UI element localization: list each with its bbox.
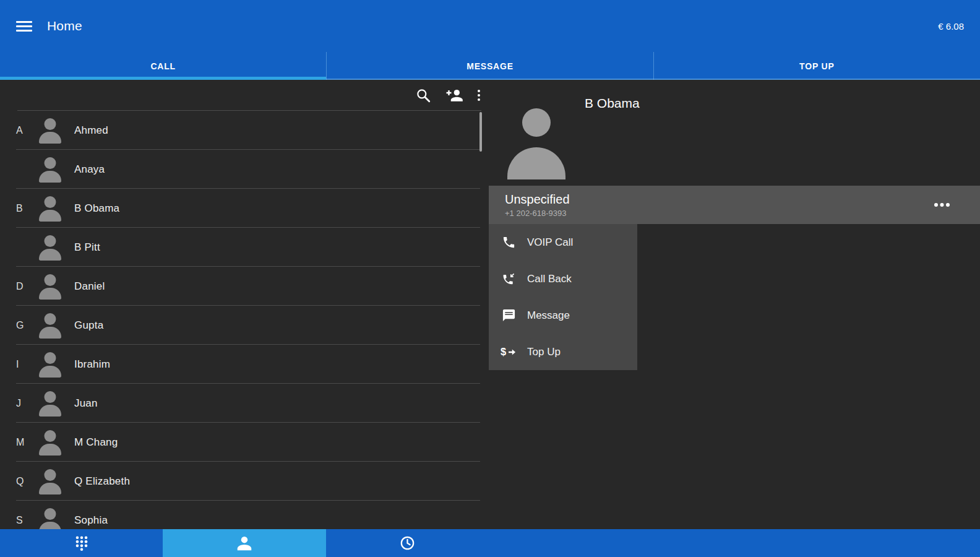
contact-detail-name: B Obama bbox=[585, 96, 640, 111]
add-contact-icon[interactable] bbox=[445, 87, 464, 103]
action-label: Top Up bbox=[527, 346, 561, 358]
contact-row[interactable]: J Juan bbox=[0, 384, 489, 423]
action-label: Message bbox=[527, 309, 570, 322]
hamburger-menu-icon[interactable] bbox=[16, 21, 32, 32]
call-back-icon bbox=[500, 272, 517, 286]
contact-avatar bbox=[37, 391, 63, 417]
number-type-label: Unspecified bbox=[505, 192, 980, 207]
contact-detail-pane: B Obama Unspecified +1 202-618-9393 VOIP… bbox=[489, 80, 980, 529]
contact-row[interactable]: D Daniel bbox=[0, 267, 489, 306]
index-letter: G bbox=[16, 320, 37, 331]
phone-number-row[interactable]: Unspecified +1 202-618-9393 bbox=[489, 186, 980, 224]
index-letter: Q bbox=[16, 476, 37, 487]
call-action-menu: VOIP Call Call Back Message $ bbox=[489, 224, 637, 370]
vertical-dots-glyph bbox=[478, 90, 480, 101]
contacts-pane: A Ahmed Anaya B B Obama B Pitt bbox=[0, 80, 489, 529]
contact-avatar bbox=[37, 118, 63, 144]
tab-topup-label: TOP UP bbox=[799, 61, 834, 71]
tab-bar: CALL MESSAGE TOP UP bbox=[0, 52, 980, 80]
contact-avatar bbox=[37, 507, 63, 530]
contact-avatar bbox=[37, 468, 63, 494]
contact-name: M Chang bbox=[74, 436, 118, 449]
app-bar: Home € 6.08 bbox=[0, 0, 980, 52]
message-icon bbox=[500, 308, 517, 322]
index-letter: B bbox=[16, 203, 37, 214]
message-action[interactable]: Message bbox=[489, 297, 637, 334]
action-label: VOIP Call bbox=[527, 236, 573, 249]
top-up-icon: $ bbox=[500, 345, 517, 360]
contact-name: Ahmed bbox=[74, 124, 108, 137]
index-letter: J bbox=[16, 398, 37, 409]
contact-name: Daniel bbox=[74, 280, 105, 293]
contact-row[interactable]: G Gupta bbox=[0, 306, 489, 345]
bottom-nav bbox=[0, 529, 980, 557]
contact-row[interactable]: A Ahmed bbox=[0, 111, 489, 150]
contact-avatar-large bbox=[507, 108, 565, 179]
contacts-icon[interactable] bbox=[163, 529, 325, 557]
page-title: Home bbox=[47, 19, 82, 33]
tab-message-label: MESSAGE bbox=[466, 61, 514, 71]
contact-row[interactable]: B B Obama bbox=[0, 189, 489, 228]
search-icon[interactable] bbox=[415, 87, 431, 103]
bottom-nav-tabs bbox=[0, 529, 489, 557]
tab-topup[interactable]: TOP UP bbox=[653, 52, 980, 80]
contact-list: A Ahmed Anaya B B Obama B Pitt bbox=[0, 111, 489, 529]
contact-row[interactable]: M M Chang bbox=[0, 423, 489, 462]
svg-text:$: $ bbox=[501, 346, 506, 357]
contact-avatar bbox=[37, 157, 63, 183]
index-letter: I bbox=[16, 359, 37, 370]
dialpad-icon[interactable] bbox=[0, 529, 163, 557]
contact-row[interactable]: I Ibrahim bbox=[0, 345, 489, 384]
contact-avatar bbox=[37, 313, 63, 339]
history-icon[interactable] bbox=[326, 529, 489, 557]
tab-message[interactable]: MESSAGE bbox=[326, 52, 653, 80]
contact-name: B Obama bbox=[74, 202, 119, 215]
balance-amount: € 6.08 bbox=[938, 21, 964, 32]
ellipsis-icon[interactable] bbox=[934, 203, 950, 207]
contact-name: Sophia bbox=[74, 514, 108, 527]
contacts-toolbar bbox=[0, 80, 489, 111]
voip-call-action[interactable]: VOIP Call bbox=[489, 224, 637, 261]
scrollbar-thumb[interactable] bbox=[479, 112, 482, 152]
overflow-menu-icon[interactable] bbox=[478, 90, 480, 101]
contact-avatar bbox=[37, 274, 63, 300]
contact-name: Q Elizabeth bbox=[74, 475, 130, 488]
call-back-action[interactable]: Call Back bbox=[489, 261, 637, 297]
contact-row[interactable]: Anaya bbox=[0, 150, 489, 189]
index-letter: D bbox=[16, 281, 37, 292]
contact-row[interactable]: Q Q Elizabeth bbox=[0, 462, 489, 501]
tab-call-label: CALL bbox=[150, 61, 176, 71]
tab-call[interactable]: CALL bbox=[0, 52, 326, 80]
voip-call-icon bbox=[500, 235, 517, 249]
contact-name: Anaya bbox=[74, 163, 105, 176]
index-letter: A bbox=[16, 125, 37, 136]
contact-row[interactable]: B Pitt bbox=[0, 228, 489, 267]
top-up-action[interactable]: $ Top Up bbox=[489, 334, 637, 370]
phone-number: +1 202-618-9393 bbox=[505, 209, 980, 218]
index-letter: S bbox=[16, 515, 37, 526]
contact-name: Juan bbox=[74, 397, 98, 410]
contact-avatar bbox=[37, 430, 63, 456]
contact-name: B Pitt bbox=[74, 241, 100, 254]
contact-row[interactable]: S Sophia bbox=[0, 501, 489, 529]
contact-name: Gupta bbox=[74, 319, 103, 332]
content: A Ahmed Anaya B B Obama B Pitt bbox=[0, 80, 980, 529]
contact-name: Ibrahim bbox=[74, 358, 110, 371]
contact-avatar bbox=[37, 196, 63, 222]
action-label: Call Back bbox=[527, 273, 572, 285]
contact-avatar bbox=[37, 352, 63, 378]
contact-avatar bbox=[37, 235, 63, 261]
index-letter: M bbox=[16, 437, 37, 448]
app-screen: Home € 6.08 CALL MESSAGE TOP UP bbox=[0, 0, 980, 557]
